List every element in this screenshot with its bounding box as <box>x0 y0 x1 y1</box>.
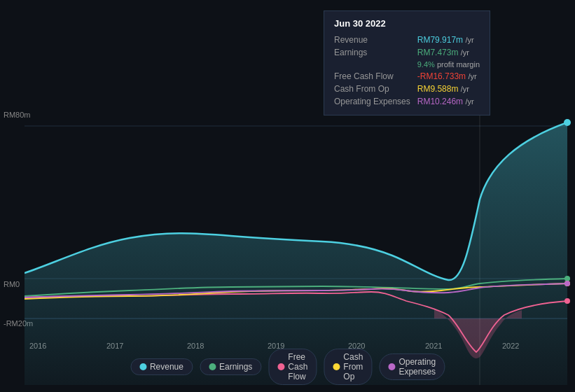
tooltip-value-margin: 9.4% profit margin <box>410 59 480 70</box>
svg-point-6 <box>564 276 570 281</box>
legend: Revenue Earnings Free Cash Flow Cash Fro… <box>130 349 445 385</box>
tooltip-row-opex: Operating Expenses RM10.246m /yr <box>334 95 480 108</box>
earnings-dot <box>209 363 216 370</box>
tooltip-row-cashfromop: Cash From Op RM9.588m /yr <box>334 83 480 95</box>
tooltip-value-revenue: RM79.917m /yr <box>410 34 480 46</box>
legend-label-fcf: Free Cash Flow <box>288 352 307 382</box>
fcf-dot <box>277 363 284 370</box>
tooltip-value-opex: RM10.246m /yr <box>410 95 480 108</box>
main-chart <box>0 108 575 385</box>
legend-item-fcf[interactable]: Free Cash Flow <box>268 349 317 385</box>
tooltip-label-revenue: Revenue <box>334 34 410 46</box>
tooltip-value-cashfromop: RM9.588m /yr <box>410 83 480 95</box>
svg-point-5 <box>564 119 571 126</box>
tooltip-label-opex: Operating Expenses <box>334 95 410 108</box>
tooltip-title: Jun 30 2022 <box>334 18 480 29</box>
opex-dot <box>388 363 395 370</box>
tooltip-panel: Jun 30 2022 Revenue RM79.917m /yr Earnin… <box>324 10 490 115</box>
tooltip-label-cashfromop: Cash From Op <box>334 83 410 95</box>
legend-item-opex[interactable]: Operating Expenses <box>379 354 445 380</box>
legend-label-earnings: Earnings <box>219 362 252 372</box>
legend-item-revenue[interactable]: Revenue <box>130 358 193 375</box>
legend-label-opex: Operating Expenses <box>399 357 436 377</box>
legend-item-earnings[interactable]: Earnings <box>200 358 261 375</box>
tooltip-table: Revenue RM79.917m /yr Earnings RM7.473m … <box>334 34 480 108</box>
tooltip-row-margin: 9.4% profit margin <box>334 59 480 70</box>
legend-label-cashfromop: Cash From Op <box>343 352 363 382</box>
svg-point-7 <box>564 298 570 304</box>
cashfromop-dot <box>333 363 340 370</box>
legend-label-revenue: Revenue <box>150 362 183 372</box>
legend-item-cashfromop[interactable]: Cash From Op <box>324 349 372 385</box>
tooltip-label-earnings: Earnings <box>334 46 410 59</box>
tooltip-value-fcf: -RM16.733m /yr <box>410 70 480 83</box>
tooltip-row-revenue: Revenue RM79.917m /yr <box>334 34 480 46</box>
tooltip-value-earnings: RM7.473m /yr <box>410 46 480 59</box>
revenue-dot <box>139 363 146 370</box>
svg-point-9 <box>564 281 570 286</box>
tooltip-row-fcf: Free Cash Flow -RM16.733m /yr <box>334 70 480 83</box>
tooltip-label-fcf: Free Cash Flow <box>334 70 410 83</box>
tooltip-row-earnings: Earnings RM7.473m /yr <box>334 46 480 59</box>
